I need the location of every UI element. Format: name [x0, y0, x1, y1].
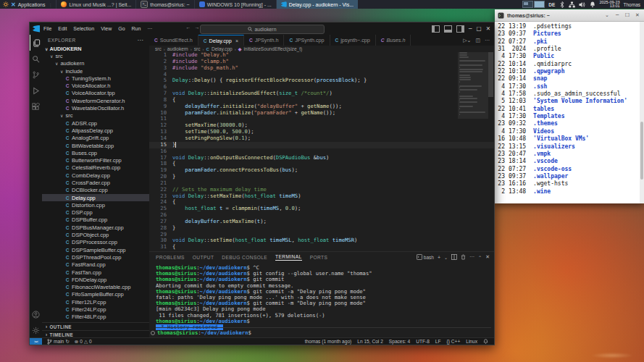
- new-terminal-icon[interactable]: +: [438, 255, 440, 260]
- tree-item-CelestialReverb.cpp[interactable]: CCelestialReverb.cpp: [42, 164, 149, 172]
- code-line-10[interactable]: 10 paramFader.initialize("paramFader" + …: [149, 110, 494, 117]
- tree-item-src[interactable]: ∨src: [42, 112, 149, 119]
- tab-jpsynth~.cpp[interactable]: Cjpsynth~.cpp: [330, 35, 376, 46]
- taskbar-button-virtualbox[interactable]: WINDOWS 10 [Running] - ...: [194, 0, 276, 9]
- menu-go[interactable]: Go: [118, 26, 125, 31]
- tree-item-VoiceAllocator.tpp[interactable]: CVoiceAllocator.tpp: [42, 90, 149, 97]
- network-icon[interactable]: [569, 1, 575, 8]
- panel-tab-output[interactable]: OUTPUT: [193, 255, 214, 260]
- tree-item-AnalogDrift.cpp[interactable]: CAnalogDrift.cpp: [42, 135, 149, 142]
- menu-run[interactable]: Run: [132, 26, 141, 31]
- code-line-23[interactable]: 23void Delay::setMaxTime(host_float time…: [149, 193, 494, 200]
- menu-file[interactable]: File: [43, 26, 51, 31]
- panel-tab-terminal[interactable]: TERMINAL: [275, 254, 302, 261]
- code-line-7[interactable]: 7void Delay::initializeSoundEffect(size_…: [149, 90, 494, 97]
- source-control-icon[interactable]: [30, 67, 42, 83]
- tree-item-DSP.cpp[interactable]: CDSP.cpp: [42, 209, 149, 216]
- toggle-secondary-sidebar-icon[interactable]: [456, 25, 464, 33]
- tree-item-DSPProcessor.cpp[interactable]: CDSPProcessor.cpp: [42, 239, 149, 246]
- account-icon[interactable]: [30, 306, 42, 322]
- tree-item-FastTan.cpp[interactable]: CFastTan.cpp: [42, 269, 149, 276]
- window-maximize-button[interactable]: □: [477, 25, 482, 32]
- panel-maximize-icon[interactable]: ⌃: [478, 255, 482, 260]
- taskbar-button-terminal[interactable]: >_thomas@sirius: ~: [135, 0, 193, 9]
- integrated-terminal[interactable]: thomas@sirius:~/dev/audiokern$ ^Cthomas@…: [156, 265, 491, 330]
- code-line-5[interactable]: 5Delay::Delay() { registerEffectBlockPro…: [149, 77, 494, 84]
- tree-item-Filter24LP.cpp[interactable]: CFilter24LP.cpp: [42, 306, 149, 313]
- tree-item-DSPBuffer.cpp[interactable]: CDSPBuffer.cpp: [42, 216, 149, 224]
- tree-item-WavetableOscillator.h[interactable]: CWavetableOscillator.h: [42, 104, 149, 111]
- code-line-14[interactable]: 14 setPingPongSlew(0.1);: [149, 135, 494, 142]
- tab-JPSynth.cpp[interactable]: CJPSynth.cpp: [284, 35, 330, 46]
- tree-item-include[interactable]: ∨include: [42, 67, 149, 75]
- minimap[interactable]: [459, 52, 487, 248]
- menu-[interactable]: ···: [147, 26, 152, 31]
- workspace-2[interactable]: [534, 1, 545, 8]
- commit-info[interactable]: thomas (1 month ago): [305, 339, 352, 344]
- extensions-icon[interactable]: [30, 98, 42, 114]
- code-line-31[interactable]: 31{: [149, 244, 494, 251]
- taskbar-button-vscode[interactable]: Delay.cpp - audiokern - Vis...: [276, 0, 358, 9]
- run-button[interactable]: ▷⌄: [463, 38, 471, 43]
- menu-view[interactable]: View: [101, 26, 112, 31]
- split-terminal-icon[interactable]: [451, 254, 457, 260]
- breadcrumb[interactable]: src›audiokern›src›CDelay.cpp›◆initialize…: [149, 46, 494, 52]
- terminal-scrollbar-thumb[interactable]: [640, 122, 643, 180]
- breadcrumb-item[interactable]: initializeSoundEffect(size_t): [243, 46, 302, 51]
- remote-indicator[interactable]: ><: [30, 338, 42, 345]
- code-line-15[interactable]: 15}: [149, 142, 494, 148]
- editor-more-icon[interactable]: ⋯: [485, 38, 490, 43]
- search-view-icon[interactable]: [30, 51, 42, 67]
- tab-close-icon[interactable]: ×: [235, 38, 238, 43]
- code-line-3[interactable]: 3#include "dsp_math.h": [149, 65, 494, 72]
- explorer-root-folder[interactable]: ∨ AUDIOKERN: [42, 45, 149, 52]
- toggle-panel-icon[interactable]: [444, 25, 452, 33]
- tree-item-FDNDelay.cpp[interactable]: CFDNDelay.cpp: [42, 276, 149, 283]
- tree-item-VoiceAllocator.h[interactable]: CVoiceAllocator.h: [42, 82, 149, 89]
- nav-forward-icon[interactable]: →: [195, 25, 200, 30]
- tree-item-ADSR.cpp[interactable]: CADSR.cpp: [42, 119, 149, 127]
- explorer-icon[interactable]: [30, 35, 42, 51]
- code-line-30[interactable]: 30void Delay::setTime(host_float timeMSL…: [149, 237, 494, 244]
- settings-gear-icon[interactable]: [30, 322, 42, 338]
- shell-selector[interactable]: bash: [417, 254, 434, 260]
- clock[interactable]: 2025-09-23 13:01: [599, 1, 619, 9]
- editor-scrollbar[interactable]: [488, 52, 494, 251]
- notifications-bell-icon[interactable]: [589, 1, 595, 8]
- editor-scrollbar-thumb[interactable]: [488, 52, 493, 97]
- run-debug-icon[interactable]: [30, 83, 42, 98]
- tab-Delay.cpp[interactable]: CDelay.cpp×: [198, 35, 244, 46]
- tree-item-DSPSampleBuffer.cpp[interactable]: CDSPSampleBuffer.cpp: [42, 246, 149, 253]
- terminal-menu-button[interactable]: ⌄: [603, 12, 611, 18]
- breadcrumb-item[interactable]: audiokern: [167, 46, 188, 51]
- notifications-icon[interactable]: [483, 339, 488, 345]
- tree-item-Filter12LP.cpp[interactable]: CFilter12LP.cpp: [42, 298, 149, 306]
- tree-item-CombDelay.cpp[interactable]: CCombDelay.cpp: [42, 172, 149, 179]
- window-close-button[interactable]: ✕: [486, 25, 490, 32]
- tree-item-TuningSystem.h[interactable]: CTuningSystem.h: [42, 75, 149, 82]
- keyboard-layout-indicator[interactable]: DE: [548, 2, 555, 7]
- terminal-current-prompt[interactable]: thomas@sirius:~/dev/audiokern$: [156, 327, 491, 336]
- tree-item-FifoSampleBuffer.cpp[interactable]: CFifoSampleBuffer.cpp: [42, 291, 149, 298]
- code-line-28[interactable]: 28}: [149, 225, 494, 232]
- git-branch-item[interactable]: main ↻: [47, 339, 70, 345]
- os-indicator[interactable]: Linux: [466, 339, 477, 344]
- indentation[interactable]: Spaces: 4: [389, 339, 410, 344]
- terminal-titlebar[interactable]: thomas@sirius: ~ ⌄ ─ ☐ ✕: [495, 9, 644, 22]
- code-line-17[interactable]: 17void Delay::onOutputBusConnected(DSPAu…: [149, 155, 494, 161]
- tree-item-DCBlocker.cpp[interactable]: CDCBlocker.cpp: [42, 187, 149, 194]
- breadcrumb-item[interactable]: Delay.cpp: [212, 46, 233, 51]
- workspace-pager[interactable]: [522, 1, 545, 8]
- eol[interactable]: LF: [435, 339, 441, 344]
- sidebar-section-outline[interactable]: ›OUTLINE: [42, 322, 149, 330]
- code-line-25[interactable]: 25 host_float t = clampmin(timeMS, 0.0);: [149, 206, 494, 212]
- tab-SoundEffect.h[interactable]: CSoundEffect.h: [149, 35, 198, 46]
- terminal-dropdown-icon[interactable]: ⌄: [444, 255, 448, 260]
- tree-item-audiokern[interactable]: ∨audiokern: [42, 60, 149, 67]
- tree-item-WaveformGenerator.h[interactable]: CWaveformGenerator.h: [42, 97, 149, 104]
- applications-menu[interactable]: Applications: [18, 2, 46, 7]
- menu-edit[interactable]: Edit: [58, 26, 67, 31]
- tree-item-DSPObject.cpp[interactable]: CDSPObject.cpp: [42, 231, 149, 238]
- volume-icon[interactable]: [579, 1, 585, 8]
- code-line-20[interactable]: 20}: [149, 174, 494, 180]
